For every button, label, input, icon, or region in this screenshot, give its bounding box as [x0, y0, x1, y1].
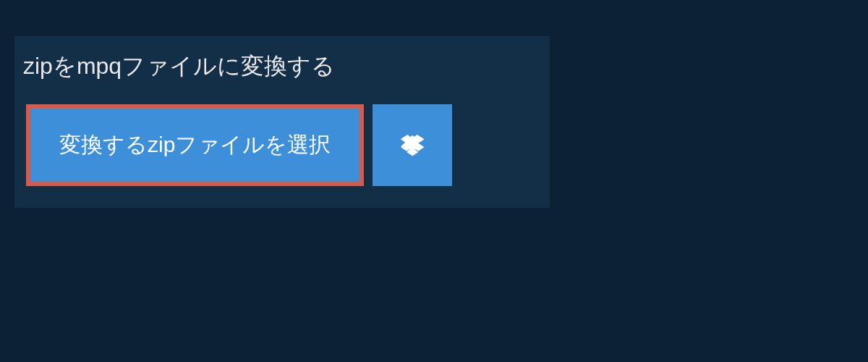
select-file-label: 変換するzipファイルを選択 — [59, 132, 331, 156]
dropbox-icon — [399, 132, 425, 159]
select-file-button[interactable]: 変換するzipファイルを選択 — [26, 104, 364, 186]
dropbox-button[interactable] — [373, 104, 452, 186]
page-title: zipをmpqファイルに変換する — [14, 51, 550, 104]
converter-panel: zipをmpqファイルに変換する 変換するzipファイルを選択 — [14, 36, 550, 208]
button-row: 変換するzipファイルを選択 — [14, 104, 550, 186]
